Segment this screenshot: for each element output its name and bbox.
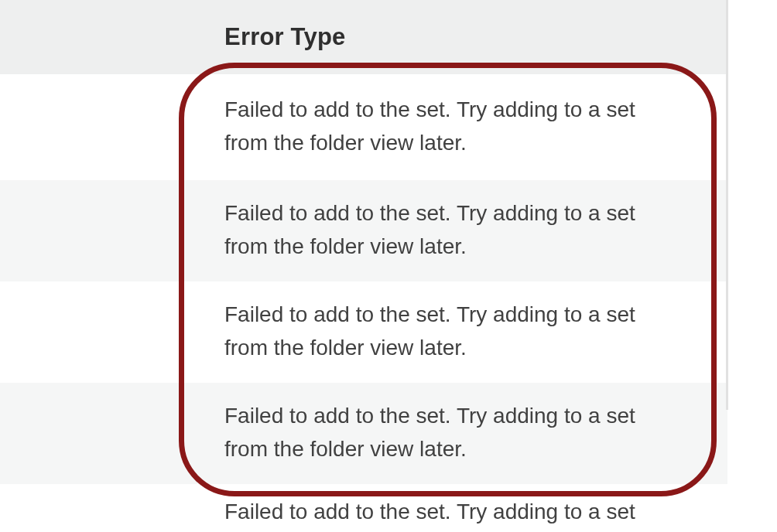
error-cell: Failed to add to the set. Try adding to … [0, 94, 727, 160]
table-row: Failed to add to the set. Try adding to … [0, 383, 727, 484]
error-table: Error Type Failed to add to the set. Try… [0, 0, 727, 532]
error-cell: Failed to add to the set. Try adding to … [0, 496, 682, 529]
table-right-edge [726, 0, 728, 410]
table-body: Failed to add to the set. Try adding to … [0, 74, 727, 532]
table-row: Failed to add to the set. Try adding to … [0, 281, 727, 383]
error-cell: Failed to add to the set. Try adding to … [0, 298, 727, 365]
error-cell: Failed to add to the set. Try adding to … [0, 197, 727, 264]
error-cell: Failed to add to the set. Try adding to … [0, 400, 727, 466]
table-row: Failed to add to the set. Try adding to … [0, 484, 727, 532]
table-row: Failed to add to the set. Try adding to … [0, 74, 727, 180]
table-header-row: Error Type [0, 0, 727, 74]
table-row: Failed to add to the set. Try adding to … [0, 180, 727, 281]
column-header-error-type: Error Type [0, 23, 345, 51]
